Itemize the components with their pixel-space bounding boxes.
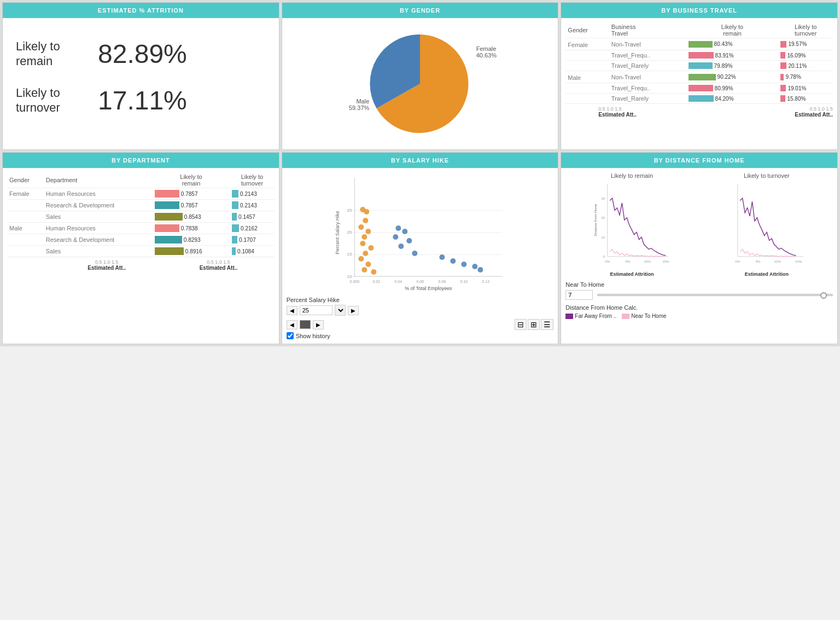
travel-turnover-0: 19.57% xyxy=(778,38,833,50)
attrition-panel: ESTIMATED % ATTRITION Likely to remain 8… xyxy=(2,2,279,150)
near-home-slider-track[interactable] xyxy=(597,294,833,296)
pie-chart-container: Female 40.63% Male 59.37% xyxy=(365,29,475,138)
remain-x-label: Estimated Attrition xyxy=(565,271,698,277)
dept-col-turnover: Likely toturnover xyxy=(230,172,275,188)
salary-prev-btn[interactable]: ◀ xyxy=(287,306,298,315)
svg-text:15%: 15% xyxy=(662,259,669,263)
dept-remain-1: 0.7857 xyxy=(153,200,230,211)
view-btn-2[interactable]: ⊞ xyxy=(528,319,540,330)
dept-axis-row: 0.5 1.0 1.5 0.5 1.0 1.5 xyxy=(7,257,275,265)
travel-gender-0: Female xyxy=(565,38,609,50)
svg-text:10: 10 xyxy=(347,274,352,279)
dept-name-5: Sales xyxy=(44,246,153,257)
svg-text:0.02: 0.02 xyxy=(372,280,380,283)
travel-axis-labels: Estimated Att.. Estimated Att.. xyxy=(565,112,833,118)
department-panel: BY DEPARTMENT Gender Department Likely t… xyxy=(2,152,279,344)
svg-text:Percent Salary Hike: Percent Salary Hike xyxy=(335,211,340,254)
view-btn-1[interactable]: ⊟ xyxy=(515,319,527,330)
near-home-slider-thumb[interactable] xyxy=(820,292,827,299)
travel-category-4: Travel_Frequ.. xyxy=(609,83,686,94)
travel-row-5: Travel_Rarely 84.20% 15.80% xyxy=(565,94,833,104)
attrition-header: ESTIMATED % ATTRITION xyxy=(3,3,279,18)
dept-turnover-4: 0.1707 xyxy=(230,234,275,246)
dept-row-5: Sales 0.8916 0.1084 xyxy=(7,246,275,257)
department-table: Gender Department Likely toremain Likely… xyxy=(7,172,275,257)
near-home-input[interactable] xyxy=(565,290,593,300)
scroll-right-btn[interactable]: ▶ xyxy=(313,320,324,329)
travel-gender-2 xyxy=(565,61,609,71)
legend-far-label: Far Away From .. xyxy=(575,313,616,319)
turnover-value: 17.11% xyxy=(98,85,187,115)
dept-name-2: Sales xyxy=(44,211,153,223)
salary-hike-body: Percent Salary Hike 10 15 20 25 0.000 xyxy=(282,168,558,344)
salary-input-row[interactable]: ◀ ▶ xyxy=(287,305,554,316)
remain-chart: Likely to remain 0 10 20 30 xyxy=(565,172,698,277)
salary-next-btn[interactable]: ▶ xyxy=(348,306,359,315)
travel-remain-0: 80.43% xyxy=(686,38,779,50)
turnover-axis-label: Estimated Att.. xyxy=(795,112,833,118)
svg-point-45 xyxy=(477,267,483,273)
dept-turnover-1: 0.2143 xyxy=(230,200,275,211)
show-history-checkbox[interactable] xyxy=(287,332,294,339)
svg-point-30 xyxy=(363,251,368,256)
near-home-section: Near To Home xyxy=(565,281,833,300)
svg-point-40 xyxy=(412,251,417,256)
legend-far: Far Away From .. xyxy=(565,313,616,319)
travel-turnover-2: 20.11% xyxy=(778,61,833,71)
scroll-left-btn[interactable]: ◀ xyxy=(287,320,298,329)
view-btn-3[interactable]: ☰ xyxy=(541,319,553,330)
salary-control-label: Percent Salary Hike xyxy=(287,297,340,303)
travel-remain-1: 83.91% xyxy=(686,50,779,61)
business-travel-body: Gender BusinessTravel Likely toremain Li… xyxy=(561,18,837,122)
turnover-label: Likely to turnover xyxy=(16,86,87,115)
travel-row-0: Female Non-Travel 80.43% 19.57% xyxy=(565,38,833,50)
remain-value: 82.89% xyxy=(98,39,187,69)
svg-point-34 xyxy=(371,269,376,275)
gender-panel: BY GENDER Female 40.63% Male xyxy=(282,2,559,150)
dept-gender-4 xyxy=(7,234,44,246)
dept-remain-2: 0.8543 xyxy=(153,211,230,223)
distance-panel: BY DISTANCE FROM HOME Likely to remain 0 xyxy=(561,152,838,344)
pie-chart xyxy=(365,29,475,138)
scroll-thumb[interactable] xyxy=(300,320,311,329)
svg-text:20: 20 xyxy=(347,230,352,235)
distance-charts: Likely to remain 0 10 20 30 xyxy=(565,172,833,277)
salary-hike-panel: BY SALARY HIKE Percent Salary Hike 10 15… xyxy=(282,152,559,344)
salary-select[interactable] xyxy=(335,305,346,316)
svg-text:0.000: 0.000 xyxy=(349,280,359,283)
svg-text:0: 0 xyxy=(603,254,605,258)
turnover-row: Likely to turnover 17.11% xyxy=(16,85,266,115)
travel-gender-4 xyxy=(565,83,609,94)
svg-point-23 xyxy=(364,209,369,215)
svg-point-38 xyxy=(406,238,412,244)
near-home-controls[interactable] xyxy=(565,290,833,300)
turnover-line-chart: 0% 5% 10% 15% xyxy=(701,181,833,269)
dept-remain-4: 0.8293 xyxy=(153,234,230,246)
dept-col-gender: Gender xyxy=(7,172,44,188)
business-travel-table: Gender BusinessTravel Likely toremain Li… xyxy=(565,22,833,104)
travel-turnover-3: 9.78% xyxy=(778,71,833,83)
travel-category-1: Travel_Frequ.. xyxy=(609,50,686,61)
travel-turnover-1: 16.09% xyxy=(778,50,833,61)
remain-axis: 0.5 1.0 1.5 xyxy=(598,106,622,112)
scroll-row: ◀ ▶ ⊟ ⊞ ☰ xyxy=(287,319,554,330)
department-body: Gender Department Likely toremain Likely… xyxy=(3,168,279,275)
dept-remain-5: 0.8916 xyxy=(153,246,230,257)
travel-row-3: Male Non-Travel 90.22% 9.78% xyxy=(565,71,833,83)
dept-row-1: Research & Development 0.7857 0.2143 xyxy=(7,200,275,211)
svg-text:10: 10 xyxy=(602,235,605,239)
travel-remain-3: 90.22% xyxy=(686,71,779,83)
remain-label: Likely to remain xyxy=(16,39,87,68)
dept-remain-3: 0.7838 xyxy=(153,223,230,234)
near-home-label: Near To Home xyxy=(565,281,833,288)
salary-input[interactable] xyxy=(300,305,332,315)
svg-point-37 xyxy=(393,234,398,240)
travel-row-1: Travel_Frequ.. 83.91% 16.09% xyxy=(565,50,833,61)
svg-text:0.04: 0.04 xyxy=(394,280,402,283)
dept-row-3: Male Human Resources 0.7838 0.2162 xyxy=(7,223,275,234)
travel-row-4: Travel_Frequ.. 80.99% 19.01% xyxy=(565,83,833,94)
svg-point-26 xyxy=(365,229,371,234)
scatter-plot: Percent Salary Hike 10 15 20 25 0.000 xyxy=(287,172,554,293)
svg-text:0.12: 0.12 xyxy=(482,280,489,283)
dept-name-4: Research & Development xyxy=(44,234,153,246)
